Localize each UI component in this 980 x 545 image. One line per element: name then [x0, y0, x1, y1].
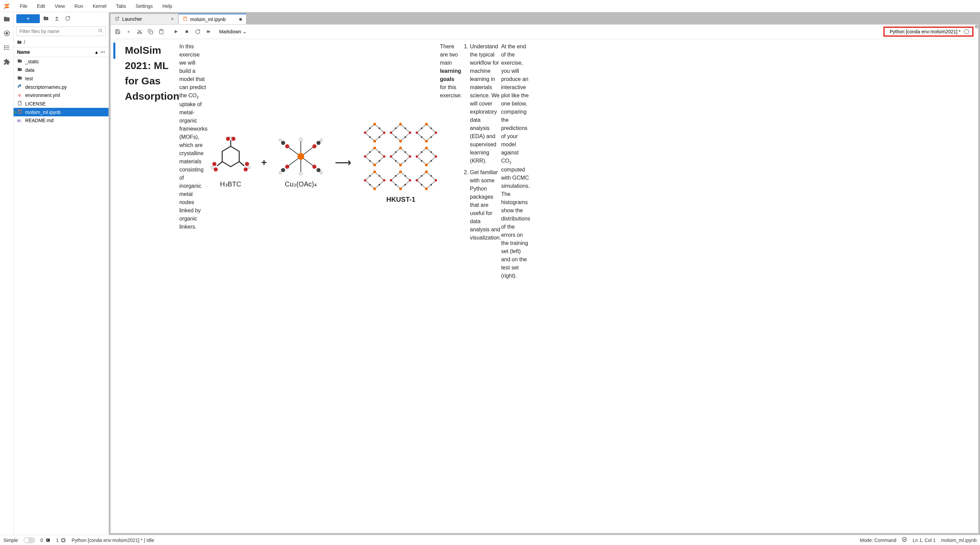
svg-point-20: [140, 32, 142, 34]
file-name: test: [25, 76, 33, 81]
status-mode: Mode: Command: [860, 537, 896, 543]
dirty-indicator-icon: [239, 18, 242, 21]
filebrowser-tab-icon[interactable]: [3, 16, 10, 22]
sort-caret-icon: ▴ ⋯: [95, 49, 105, 55]
file-item[interactable]: test: [14, 74, 108, 83]
restart-run-all-button[interactable]: [204, 27, 213, 36]
svg-point-60: [320, 139, 323, 141]
markdown-cell[interactable]: MolSim 2021: ML for Gas Adsorption In th…: [113, 43, 972, 285]
tab-label: Launcher: [122, 16, 142, 22]
menu-help[interactable]: Help: [158, 0, 177, 12]
notebook-content[interactable]: MolSim 2021: ML for Gas Adsorption In th…: [111, 39, 978, 533]
column-name[interactable]: Name: [17, 49, 30, 55]
notebook-toolbar: + Markdown ⌄ Python [conda e: [111, 24, 978, 39]
svg-point-56: [317, 168, 321, 172]
tab-launcher[interactable]: Launcher ×: [110, 14, 178, 24]
file-item[interactable]: LICENSE: [14, 99, 108, 108]
trusted-icon[interactable]: [902, 537, 907, 543]
file-name: environment.yml: [25, 92, 60, 98]
menu-edit[interactable]: Edit: [32, 0, 50, 12]
svg-line-13: [102, 32, 102, 33]
svg-point-59: [279, 139, 282, 141]
file-item[interactable]: _static: [14, 57, 108, 66]
interrupt-button[interactable]: [182, 27, 191, 36]
intro-paragraph: In this exercise we will build a model t…: [179, 43, 208, 280]
file-item[interactable]: Y:environment.yml: [14, 91, 108, 99]
kernels-count[interactable]: 1: [56, 537, 66, 543]
paste-button[interactable]: [157, 27, 166, 36]
svg-point-51: [285, 165, 289, 169]
activity-bar: [0, 12, 14, 535]
svg-point-1: [5, 6, 9, 8]
svg-line-32: [217, 162, 222, 166]
molecule-h3btc-icon: [210, 136, 251, 177]
insert-cell-button[interactable]: +: [124, 27, 133, 36]
upload-button[interactable]: [52, 16, 62, 22]
refresh-button[interactable]: [63, 16, 73, 22]
extensions-tab-icon[interactable]: [3, 59, 10, 65]
file-item[interactable]: descriptornames.py: [14, 83, 108, 91]
filter-input[interactable]: [19, 29, 98, 34]
svg-rect-26: [186, 31, 188, 33]
chevron-down-icon: ⌄: [243, 29, 247, 34]
svg-point-58: [299, 172, 302, 175]
copy-button[interactable]: [146, 27, 155, 36]
figure-label-right: HKUST-1: [386, 194, 415, 205]
svg-point-61: [279, 172, 282, 174]
svg-point-14: [19, 85, 19, 85]
cut-button[interactable]: [135, 27, 144, 36]
new-launcher-button[interactable]: +: [16, 14, 40, 23]
page-title: MolSim 2021: ML for Gas Adsorption: [125, 43, 179, 279]
mof-figure: H₃BTC +: [210, 47, 440, 279]
list-item: Get familiar with some Python packages t…: [470, 168, 501, 242]
breadcrumb-root[interactable]: /: [24, 40, 25, 45]
file-name: molsim_ml.ipynb: [25, 110, 60, 115]
status-kernel[interactable]: Python [conda env:molsim2021] * | Idle: [72, 537, 154, 543]
file-item[interactable]: M↓README.md: [14, 116, 108, 124]
menu-kernel[interactable]: Kernel: [88, 0, 111, 12]
celltype-label: Markdown: [219, 29, 241, 34]
file-list: _staticdatatestdescriptornames.pyY:envir…: [14, 57, 108, 535]
menu-view[interactable]: View: [50, 0, 70, 12]
run-button[interactable]: [172, 27, 180, 36]
breadcrumb[interactable]: /: [14, 37, 108, 47]
menu-settings[interactable]: Settings: [131, 0, 158, 12]
new-folder-button[interactable]: [41, 16, 51, 22]
simple-mode-toggle[interactable]: [24, 537, 35, 543]
running-tab-icon[interactable]: [3, 30, 10, 37]
svg-point-57: [299, 138, 302, 141]
celltype-select[interactable]: Markdown ⌄: [219, 29, 247, 34]
svg-rect-75: [362, 121, 440, 192]
svg-rect-24: [160, 29, 162, 30]
file-type-icon: [17, 84, 22, 90]
tab-notebook[interactable]: molsim_ml.ipynb: [178, 14, 247, 24]
toc-tab-icon[interactable]: [3, 44, 10, 51]
menu-run[interactable]: Run: [70, 0, 88, 12]
svg-point-10: [4, 47, 5, 48]
save-button[interactable]: [113, 27, 122, 36]
status-file[interactable]: molsim_ml.ipynb: [941, 537, 977, 543]
terminals-count[interactable]: 0 $_: [40, 537, 51, 543]
menu-file[interactable]: File: [15, 0, 32, 12]
svg-point-12: [99, 29, 102, 32]
file-list-header[interactable]: Name ▴ ⋯: [14, 47, 108, 57]
close-icon[interactable]: ×: [171, 16, 174, 22]
svg-point-49: [285, 144, 289, 148]
kernel-name[interactable]: Python [conda env:molsim2021] *: [889, 29, 961, 34]
menu-tabs[interactable]: Tabs: [111, 0, 131, 12]
svg-point-41: [211, 166, 214, 169]
gear-icon[interactable]: ⚙: [975, 24, 979, 29]
chip-icon: [60, 537, 66, 543]
main-area: Launcher × molsim_ml.ipynb +: [109, 12, 980, 535]
filebrowser-panel: + / Name ▴ ⋯ _staticdatatestdescriptorna…: [14, 12, 109, 535]
svg-point-3: [4, 8, 5, 9]
file-item[interactable]: data: [14, 66, 108, 74]
tab-label: molsim_ml.ipynb: [190, 17, 226, 22]
menubar: File Edit View Run Kernel Tabs Settings …: [0, 0, 980, 12]
file-item[interactable]: molsim_ml.ipynb: [14, 108, 108, 116]
arrow-right-icon: ⟶: [335, 154, 352, 171]
jupyter-logo-icon: [3, 2, 11, 10]
svg-rect-16: [19, 111, 21, 111]
filter-box[interactable]: [16, 27, 106, 36]
restart-button[interactable]: [193, 27, 202, 36]
